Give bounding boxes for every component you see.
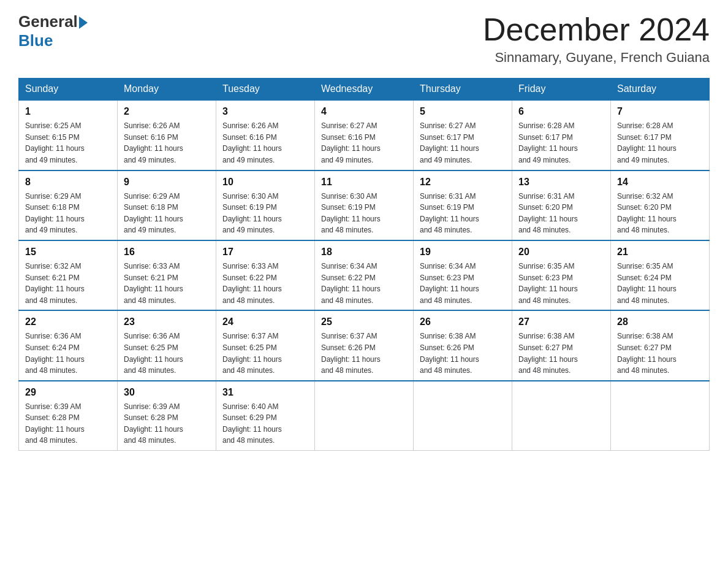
day-number: 25 bbox=[321, 315, 407, 329]
day-number: 8 bbox=[25, 175, 111, 190]
day-cell-27: 27Sunrise: 6:38 AMSunset: 6:27 PMDayligh… bbox=[512, 310, 611, 380]
day-cell-5: 5Sunrise: 6:27 AMSunset: 6:17 PMDaylight… bbox=[414, 100, 512, 170]
day-info: Sunrise: 6:39 AMSunset: 6:28 PMDaylight:… bbox=[25, 401, 111, 446]
day-cell-3: 3Sunrise: 6:26 AMSunset: 6:16 PMDaylight… bbox=[216, 100, 315, 170]
day-cell-9: 9Sunrise: 6:29 AMSunset: 6:18 PMDaylight… bbox=[118, 170, 216, 240]
day-info: Sunrise: 6:26 AMSunset: 6:16 PMDaylight:… bbox=[222, 120, 308, 166]
day-number: 10 bbox=[222, 175, 308, 190]
logo: General Blue bbox=[18, 12, 88, 50]
logo-blue-text: Blue bbox=[18, 31, 53, 50]
day-info: Sunrise: 6:37 AMSunset: 6:25 PMDaylight:… bbox=[222, 331, 308, 376]
month-title: December 2024 bbox=[483, 12, 710, 47]
weekday-header-tuesday: Tuesday bbox=[216, 79, 315, 101]
title-section: December 2024 Sinnamary, Guyane, French … bbox=[483, 12, 710, 66]
day-number: 19 bbox=[420, 245, 506, 259]
day-info: Sunrise: 6:27 AMSunset: 6:17 PMDaylight:… bbox=[420, 120, 506, 166]
day-info: Sunrise: 6:31 AMSunset: 6:19 PMDaylight:… bbox=[420, 191, 506, 236]
day-cell-22: 22Sunrise: 6:36 AMSunset: 6:24 PMDayligh… bbox=[19, 310, 118, 380]
day-number: 26 bbox=[420, 315, 506, 329]
day-info: Sunrise: 6:35 AMSunset: 6:23 PMDaylight:… bbox=[518, 261, 604, 306]
day-cell-30: 30Sunrise: 6:39 AMSunset: 6:28 PMDayligh… bbox=[118, 381, 216, 451]
day-info: Sunrise: 6:31 AMSunset: 6:20 PMDaylight:… bbox=[518, 191, 604, 236]
day-number: 15 bbox=[25, 245, 111, 259]
day-info: Sunrise: 6:38 AMSunset: 6:27 PMDaylight:… bbox=[617, 331, 703, 376]
logo-arrow-icon bbox=[79, 17, 88, 29]
day-number: 6 bbox=[518, 104, 604, 119]
day-info: Sunrise: 6:26 AMSunset: 6:16 PMDaylight:… bbox=[124, 120, 210, 166]
day-cell-11: 11Sunrise: 6:30 AMSunset: 6:19 PMDayligh… bbox=[315, 170, 414, 240]
day-cell-31: 31Sunrise: 6:40 AMSunset: 6:29 PMDayligh… bbox=[216, 381, 315, 451]
weekday-header-friday: Friday bbox=[512, 79, 611, 101]
day-number: 1 bbox=[25, 104, 111, 119]
day-number: 2 bbox=[124, 104, 210, 119]
weekday-header-row: SundayMondayTuesdayWednesdayThursdayFrid… bbox=[19, 79, 710, 101]
day-cell-15: 15Sunrise: 6:32 AMSunset: 6:21 PMDayligh… bbox=[19, 240, 118, 310]
day-info: Sunrise: 6:34 AMSunset: 6:23 PMDaylight:… bbox=[420, 261, 506, 306]
day-info: Sunrise: 6:33 AMSunset: 6:21 PMDaylight:… bbox=[124, 261, 210, 306]
day-number: 11 bbox=[321, 175, 407, 190]
day-cell-16: 16Sunrise: 6:33 AMSunset: 6:21 PMDayligh… bbox=[118, 240, 216, 310]
week-row-5: 29Sunrise: 6:39 AMSunset: 6:28 PMDayligh… bbox=[19, 381, 710, 451]
day-info: Sunrise: 6:37 AMSunset: 6:26 PMDaylight:… bbox=[321, 331, 407, 376]
day-number: 28 bbox=[617, 315, 703, 329]
day-info: Sunrise: 6:36 AMSunset: 6:24 PMDaylight:… bbox=[25, 331, 111, 376]
weekday-header-wednesday: Wednesday bbox=[315, 79, 414, 101]
weekday-header-thursday: Thursday bbox=[414, 79, 512, 101]
day-info: Sunrise: 6:28 AMSunset: 6:17 PMDaylight:… bbox=[617, 120, 703, 166]
logo-general-text: General bbox=[18, 12, 78, 31]
day-number: 16 bbox=[124, 245, 210, 259]
weekday-header-sunday: Sunday bbox=[19, 79, 118, 101]
day-number: 7 bbox=[617, 104, 703, 119]
day-number: 12 bbox=[420, 175, 506, 190]
day-info: Sunrise: 6:33 AMSunset: 6:22 PMDaylight:… bbox=[222, 261, 308, 306]
day-info: Sunrise: 6:38 AMSunset: 6:26 PMDaylight:… bbox=[420, 331, 506, 376]
day-cell-23: 23Sunrise: 6:36 AMSunset: 6:25 PMDayligh… bbox=[118, 310, 216, 380]
day-info: Sunrise: 6:28 AMSunset: 6:17 PMDaylight:… bbox=[518, 120, 604, 166]
day-info: Sunrise: 6:39 AMSunset: 6:28 PMDaylight:… bbox=[124, 401, 210, 446]
day-number: 31 bbox=[222, 385, 308, 400]
day-info: Sunrise: 6:32 AMSunset: 6:21 PMDaylight:… bbox=[25, 261, 111, 306]
day-number: 4 bbox=[321, 104, 407, 119]
day-number: 23 bbox=[124, 315, 210, 329]
day-number: 29 bbox=[25, 385, 111, 400]
day-cell-1: 1Sunrise: 6:25 AMSunset: 6:15 PMDaylight… bbox=[19, 100, 118, 170]
week-row-3: 15Sunrise: 6:32 AMSunset: 6:21 PMDayligh… bbox=[19, 240, 710, 310]
day-cell-25: 25Sunrise: 6:37 AMSunset: 6:26 PMDayligh… bbox=[315, 310, 414, 380]
day-info: Sunrise: 6:30 AMSunset: 6:19 PMDaylight:… bbox=[222, 191, 308, 236]
day-cell-18: 18Sunrise: 6:34 AMSunset: 6:22 PMDayligh… bbox=[315, 240, 414, 310]
day-number: 17 bbox=[222, 245, 308, 259]
day-number: 20 bbox=[518, 245, 604, 259]
day-number: 24 bbox=[222, 315, 308, 329]
day-number: 22 bbox=[25, 315, 111, 329]
day-number: 21 bbox=[617, 245, 703, 259]
day-info: Sunrise: 6:29 AMSunset: 6:18 PMDaylight:… bbox=[25, 191, 111, 236]
empty-cell bbox=[414, 381, 512, 451]
location-title: Sinnamary, Guyane, French Guiana bbox=[483, 50, 710, 66]
day-number: 5 bbox=[420, 104, 506, 119]
day-info: Sunrise: 6:40 AMSunset: 6:29 PMDaylight:… bbox=[222, 401, 308, 446]
page-header: General Blue December 2024 Sinnamary, Gu… bbox=[18, 12, 710, 66]
day-cell-8: 8Sunrise: 6:29 AMSunset: 6:18 PMDaylight… bbox=[19, 170, 118, 240]
week-row-4: 22Sunrise: 6:36 AMSunset: 6:24 PMDayligh… bbox=[19, 310, 710, 380]
day-info: Sunrise: 6:27 AMSunset: 6:16 PMDaylight:… bbox=[321, 120, 407, 166]
day-cell-17: 17Sunrise: 6:33 AMSunset: 6:22 PMDayligh… bbox=[216, 240, 315, 310]
day-info: Sunrise: 6:32 AMSunset: 6:20 PMDaylight:… bbox=[617, 191, 703, 236]
day-cell-26: 26Sunrise: 6:38 AMSunset: 6:26 PMDayligh… bbox=[414, 310, 512, 380]
day-cell-21: 21Sunrise: 6:35 AMSunset: 6:24 PMDayligh… bbox=[611, 240, 710, 310]
day-info: Sunrise: 6:36 AMSunset: 6:25 PMDaylight:… bbox=[124, 331, 210, 376]
day-number: 18 bbox=[321, 245, 407, 259]
day-cell-24: 24Sunrise: 6:37 AMSunset: 6:25 PMDayligh… bbox=[216, 310, 315, 380]
day-cell-19: 19Sunrise: 6:34 AMSunset: 6:23 PMDayligh… bbox=[414, 240, 512, 310]
day-info: Sunrise: 6:38 AMSunset: 6:27 PMDaylight:… bbox=[518, 331, 604, 376]
calendar-table: SundayMondayTuesdayWednesdayThursdayFrid… bbox=[18, 78, 710, 451]
day-number: 9 bbox=[124, 175, 210, 190]
day-info: Sunrise: 6:35 AMSunset: 6:24 PMDaylight:… bbox=[617, 261, 703, 306]
day-info: Sunrise: 6:30 AMSunset: 6:19 PMDaylight:… bbox=[321, 191, 407, 236]
weekday-header-monday: Monday bbox=[118, 79, 216, 101]
empty-cell bbox=[512, 381, 611, 451]
day-cell-20: 20Sunrise: 6:35 AMSunset: 6:23 PMDayligh… bbox=[512, 240, 611, 310]
day-cell-6: 6Sunrise: 6:28 AMSunset: 6:17 PMDaylight… bbox=[512, 100, 611, 170]
day-cell-10: 10Sunrise: 6:30 AMSunset: 6:19 PMDayligh… bbox=[216, 170, 315, 240]
empty-cell bbox=[611, 381, 710, 451]
day-cell-14: 14Sunrise: 6:32 AMSunset: 6:20 PMDayligh… bbox=[611, 170, 710, 240]
